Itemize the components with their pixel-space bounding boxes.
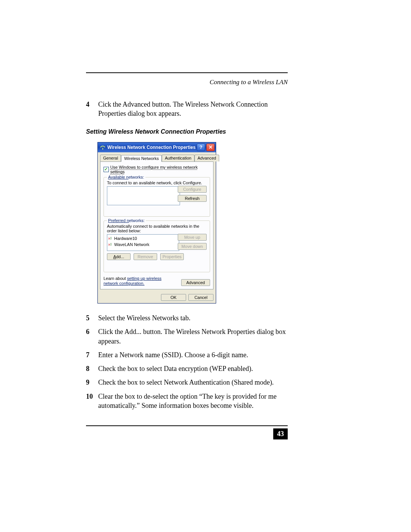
step-item: 8Check the box to select Data encryption…	[86, 364, 288, 373]
preferred-legend: Preferred networks:	[107, 218, 146, 223]
content-area: Connecting to a Wireless LAN 4 Cick the …	[86, 72, 288, 439]
network-name: WaveLAN Network	[114, 242, 150, 247]
titlebar-buttons: ? ✕	[197, 144, 216, 151]
available-buttons: Configure Refresh	[178, 186, 207, 202]
checkbox-icon[interactable]: ✓	[104, 167, 109, 172]
preferred-listbox[interactable]: Hardware10 WaveLAN Network	[107, 234, 179, 251]
xp-dialog: Wireless Network Connection Properties ?…	[97, 142, 216, 304]
ok-button[interactable]: OK	[161, 294, 186, 301]
panel-footer: Learn about setting up wireless network …	[104, 276, 210, 286]
tab-authentication[interactable]: Authentication	[162, 155, 194, 161]
advanced-button[interactable]: Advanced	[181, 279, 210, 286]
preferred-move-buttons: Move up Move down	[178, 234, 207, 250]
dialog-action-row: OK Cancel	[98, 292, 216, 303]
page-number: 43	[273, 428, 288, 439]
list-item[interactable]: Hardware10	[108, 235, 178, 241]
step-number: 9	[86, 378, 98, 387]
step-text: Check the box to select Network Authenti…	[98, 378, 288, 387]
available-listbox[interactable]	[107, 186, 180, 205]
step-text: Enter a Network name (SSID). Choose a 6-…	[98, 350, 288, 359]
list-item[interactable]: WaveLAN Network	[108, 241, 178, 248]
steps-list-bottom: 5Select the Wireless Networks tab. 6Clic…	[86, 313, 288, 410]
figure-caption: Setting Wireless Network Connection Prop…	[86, 128, 288, 135]
remove-button[interactable]: Remove	[134, 253, 157, 260]
step-item: 9Check the box to select Network Authent…	[86, 378, 288, 387]
title-bar: Wireless Network Connection Properties ?…	[98, 142, 216, 152]
step-text: Select the Wireless Networks tab.	[98, 313, 288, 323]
configure-button[interactable]: Configure	[178, 186, 207, 193]
preferred-hint: Automatically connect to available netwo…	[107, 224, 207, 233]
step-item: 6Click the Add... button. The Wireless N…	[86, 327, 288, 346]
available-hint: To connect to an available network, clic…	[107, 181, 207, 185]
learn-text: Learn about setting up wireless network …	[104, 276, 172, 286]
tab-general[interactable]: General	[100, 155, 121, 161]
document-page: Connecting to a Wireless LAN 4 Cick the …	[0, 0, 411, 532]
network-icon	[108, 242, 113, 247]
step-number: 8	[86, 364, 98, 373]
step-item: 10Clear the box to de-select the option …	[86, 392, 288, 411]
dialog-title: Wireless Network Connection Properties	[107, 145, 197, 150]
available-networks-group: Available networks: To connect to an ava…	[104, 177, 210, 217]
steps-list-top: 4 Cick the Advanced button. The Wireless…	[86, 100, 288, 118]
tab-strip: General Wireless Networks Authentication…	[98, 152, 216, 161]
cancel-button[interactable]: Cancel	[188, 294, 213, 301]
step-text: Check the box to select Data encryption …	[98, 364, 288, 373]
move-down-button[interactable]: Move down	[178, 243, 207, 250]
tab-wireless-networks[interactable]: Wireless Networks	[121, 155, 162, 162]
available-legend: Available networks:	[107, 175, 145, 179]
preferred-action-buttons: Add... Remove Properties	[107, 253, 207, 260]
wireless-icon	[100, 145, 105, 150]
figure-wrap: Wireless Network Connection Properties ?…	[86, 142, 288, 304]
step-number: 5	[86, 313, 98, 323]
step-number: 6	[86, 327, 98, 336]
step-text: Click the Add... button. The Wireless Ne…	[98, 327, 288, 346]
step-text: Clear the box to de-select the option “T…	[98, 392, 288, 411]
page-number-wrap: 43	[86, 428, 288, 439]
network-icon	[108, 236, 113, 241]
use-windows-label: Use Windows to configure my wireless net…	[110, 165, 210, 174]
add-button[interactable]: Add...	[107, 253, 131, 260]
step-number: 7	[86, 350, 98, 359]
learn-prefix: Learn about	[104, 276, 127, 281]
network-name: Hardware10	[114, 236, 137, 241]
step-number: 10	[86, 392, 98, 401]
step-item: 4 Cick the Advanced button. The Wireless…	[86, 100, 288, 118]
help-button[interactable]: ?	[197, 144, 205, 151]
preferred-networks-group: Preferred networks: Automatically connec…	[104, 220, 210, 272]
move-up-button[interactable]: Move up	[178, 234, 207, 241]
tab-panel: ✓ Use Windows to configure my wireless n…	[100, 161, 213, 289]
running-header: Connecting to a Wireless LAN	[86, 73, 288, 100]
step-number: 4	[86, 100, 98, 109]
step-item: 5Select the Wireless Networks tab.	[86, 313, 288, 323]
close-button[interactable]: ✕	[206, 144, 215, 151]
tab-advanced[interactable]: Advanced	[194, 155, 219, 161]
refresh-button[interactable]: Refresh	[178, 195, 207, 202]
step-item: 7Enter a Network name (SSID). Choose a 6…	[86, 350, 288, 359]
svg-rect-0	[102, 148, 103, 150]
step-text: Cick the Advanced button. The Wireless N…	[98, 100, 288, 118]
use-windows-row[interactable]: ✓ Use Windows to configure my wireless n…	[104, 165, 210, 174]
properties-button[interactable]: Properties	[160, 253, 184, 260]
bottom-rule	[86, 425, 288, 426]
